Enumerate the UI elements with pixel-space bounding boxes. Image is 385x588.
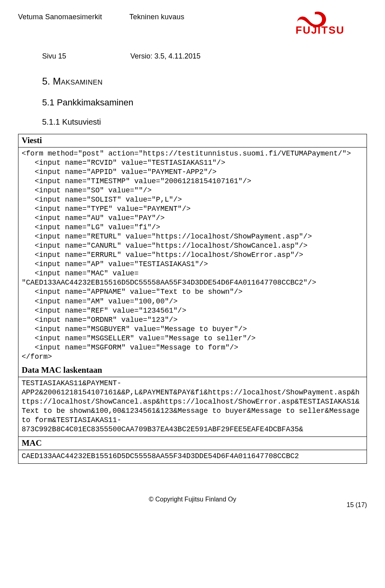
section-heading: 5. Maksaminen bbox=[42, 76, 367, 87]
code-block: <form method="post" action="https://test… bbox=[18, 148, 367, 364]
message-box: Viesti <form method="post" action="https… bbox=[18, 134, 367, 464]
doc-title-left: Vetuma Sanomaesimerkit bbox=[18, 13, 102, 21]
data-mac-block: TESTIASIAKAS11&PAYMENT-APP2&200612181541… bbox=[18, 377, 367, 436]
section-title: Maksaminen bbox=[53, 76, 103, 87]
copyright: © Copyright Fujitsu Finland Oy bbox=[18, 496, 367, 503]
page-meta: Sivu 15 Versio: 3.5, 4.11.2015 bbox=[42, 52, 367, 61]
fujitsu-logo: FUJĪTSU bbox=[295, 10, 367, 36]
subsection-heading: 5.1 Pankkimaksaminen bbox=[42, 97, 367, 108]
logo-text: FUJĪTSU bbox=[296, 24, 344, 36]
box-label-viesti: Viesti bbox=[18, 134, 367, 148]
version-label: Versio: 3.5, 4.11.2015 bbox=[130, 52, 201, 61]
document-header: Vetuma Sanomaesimerkit Tekninen kuvaus F… bbox=[18, 13, 367, 36]
box-label-mac: MAC bbox=[18, 436, 367, 450]
mac-value: CAED133AAC44232EB15516D5DC55558AA55F34D3… bbox=[18, 450, 367, 463]
page-number-label: Sivu 15 bbox=[42, 52, 130, 61]
section-number: 5. bbox=[42, 76, 50, 87]
footer-page-number: 15 (17) bbox=[346, 501, 367, 509]
doc-title-mid: Tekninen kuvaus bbox=[130, 13, 184, 21]
subsubsection-heading: 5.1.1 Kutsuviesti bbox=[42, 117, 367, 127]
page-footer: © Copyright Fujitsu Finland Oy 15 (17) bbox=[18, 496, 367, 503]
box-label-data: Data MAC laskentaan bbox=[18, 364, 367, 377]
